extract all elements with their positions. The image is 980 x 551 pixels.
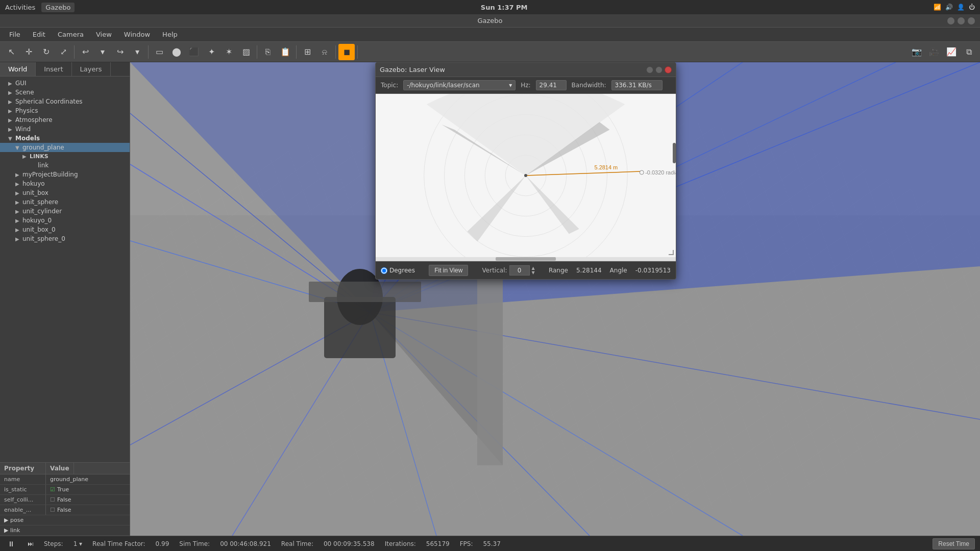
close-button[interactable] <box>968 17 975 24</box>
pose-expand[interactable]: ▶ pose <box>0 515 28 525</box>
tab-insert[interactable]: Insert <box>36 62 71 76</box>
viewport[interactable]: Gazebo: Laser View Topic: -/hokuyo/link/… <box>130 62 980 536</box>
topic-dropdown[interactable]: -/hokuyo/link/laser/scan ▾ <box>403 80 516 90</box>
maximize-button[interactable] <box>958 17 965 24</box>
status-bar: ⏸ ⏭ Steps: 1 ▾ Real Time Factor: 0.99 Si… <box>0 536 980 551</box>
property-row-self-coll: self_colli... ☐ False <box>0 495 130 505</box>
hz-label: Hz: <box>521 82 530 89</box>
paste-button[interactable]: 📋 <box>277 44 293 60</box>
reset-time-button[interactable]: Reset Time <box>933 538 975 549</box>
expand-icon-hokuyo-0: ▶ <box>15 218 22 223</box>
tree-item-wind[interactable]: ▶ Wind <box>0 124 130 134</box>
link-expand[interactable]: ▶ link <box>0 525 24 535</box>
undo-button[interactable]: ↩ <box>77 44 93 60</box>
degrees-radio[interactable]: Degrees <box>381 267 415 274</box>
bandwidth-label: Bandwidth: <box>572 82 606 89</box>
material-button[interactable]: ▨ <box>238 44 254 60</box>
dialog-restore-button[interactable] <box>655 66 663 73</box>
hz-input[interactable]: 29.41 <box>536 80 567 90</box>
tree-item-atmosphere[interactable]: ▶ Atmosphere <box>0 115 130 124</box>
app-indicator[interactable]: Gazebo <box>41 3 75 12</box>
vertical-up-arrow[interactable]: ▲ <box>532 266 535 270</box>
property-panel: Property Value name ground_plane is_stat… <box>0 462 130 536</box>
dialog-close-button[interactable] <box>665 66 672 73</box>
redo-button[interactable]: ↪ <box>112 44 128 60</box>
app-title: Gazebo <box>477 17 502 24</box>
property-row-is-static: is_static ☑ True <box>0 485 130 495</box>
layers-view-button[interactable]: ⧉ <box>961 44 977 60</box>
menu-edit[interactable]: Edit <box>28 30 51 39</box>
orange-tool-button[interactable]: ◼ <box>338 44 355 60</box>
dialog-minimize-button[interactable] <box>646 66 653 73</box>
menu-camera[interactable]: Camera <box>53 30 89 39</box>
tree-label-myprojectbuilding: myProjectBuilding <box>22 171 78 178</box>
property-row-pose[interactable]: ▶ pose <box>0 515 130 525</box>
undo-dropdown[interactable]: ▾ <box>94 44 111 60</box>
tree-item-unit-box-0[interactable]: ▶ unit_box_0 <box>0 225 130 234</box>
light2-button[interactable]: ✶ <box>220 44 237 60</box>
vertical-input[interactable]: 0 <box>509 265 530 276</box>
tree-item-scene[interactable]: ▶ Scene <box>0 88 130 97</box>
degrees-label: Degrees <box>389 267 415 274</box>
vertical-control: Vertical: 0 ▲ ▼ <box>482 265 535 276</box>
horizontal-scrollbar[interactable] <box>376 257 676 261</box>
tree-item-gui[interactable]: ▶ GUI <box>0 79 130 88</box>
tab-world[interactable]: World <box>0 62 36 76</box>
step-button[interactable]: ⏭ <box>28 540 34 547</box>
fit-in-view-button[interactable]: Fit in View <box>429 265 468 276</box>
record-button[interactable]: 🎥 <box>926 44 942 60</box>
expand-icon-myprojectbuilding: ▶ <box>15 172 22 178</box>
property-row-link[interactable]: ▶ link <box>0 525 130 536</box>
tree-item-spherical[interactable]: ▶ Spherical Coordinates <box>0 97 130 106</box>
menu-window[interactable]: Window <box>119 30 155 39</box>
menu-file[interactable]: File <box>4 30 26 39</box>
vertical-down-arrow[interactable]: ▼ <box>532 271 535 275</box>
tree-item-physics[interactable]: ▶ Physics <box>0 106 130 115</box>
plot-button[interactable]: 📈 <box>943 44 960 60</box>
angle-value: -0.0319513 <box>635 267 671 274</box>
tree-item-unit-sphere-0[interactable]: ▶ unit_sphere_0 <box>0 234 130 243</box>
rotate-tool-button[interactable]: ↻ <box>38 44 54 60</box>
expand-icon-unit-sphere-0: ▶ <box>15 236 22 242</box>
translate-tool-button[interactable]: ✛ <box>20 44 37 60</box>
tab-layers[interactable]: Layers <box>72 62 111 76</box>
activities-label[interactable]: Activities <box>5 4 35 11</box>
tree-item-ground-plane[interactable]: ▼ ground_plane <box>0 143 130 152</box>
box-button[interactable]: ▭ <box>151 44 167 60</box>
enable-value: False <box>57 507 71 513</box>
cylinder-button[interactable]: ⬛ <box>186 44 202 60</box>
property-col-value: Value <box>46 463 74 474</box>
tree-item-links[interactable]: ▶ LINKS <box>0 152 130 161</box>
menu-help[interactable]: Help <box>157 30 183 39</box>
tree-label-wind: Wind <box>15 126 31 133</box>
screenshot-button[interactable]: 📷 <box>909 44 925 60</box>
snap-button[interactable]: ⍾ <box>316 44 333 60</box>
tree-item-link[interactable]: link <box>0 161 130 170</box>
pause-button[interactable]: ⏸ <box>5 538 17 550</box>
tree-item-hokuyo-0[interactable]: ▶ hokuyo_0 <box>0 216 130 225</box>
horizontal-scrollbar-thumb[interactable] <box>496 257 556 261</box>
dialog-titlebar[interactable]: Gazebo: Laser View <box>376 63 676 77</box>
align-button[interactable]: ⊞ <box>299 44 315 60</box>
tree-label-atmosphere: Atmosphere <box>15 116 53 123</box>
copy-button[interactable]: ⎘ <box>260 44 276 60</box>
select-tool-button[interactable]: ↖ <box>3 44 19 60</box>
tree-item-models[interactable]: ▼ Models <box>0 134 130 143</box>
menu-bar: File Edit Camera View Window Help <box>0 28 980 42</box>
tree-item-hokuyo[interactable]: ▶ hokuyo <box>0 179 130 188</box>
tree-item-unit-cylinder[interactable]: ▶ unit_cylinder <box>0 207 130 216</box>
vertical-spinbox[interactable]: ▲ ▼ <box>532 266 535 275</box>
light-button[interactable]: ✦ <box>203 44 219 60</box>
main-area: World Insert Layers ▶ GUI ▶ Scene ▶ Sphe… <box>0 62 980 536</box>
tree-item-myprojectbuilding[interactable]: ▶ myProjectBuilding <box>0 170 130 179</box>
scan-scrollbar[interactable] <box>673 143 676 163</box>
redo-dropdown[interactable]: ▾ <box>129 44 145 60</box>
scale-tool-button[interactable]: ⤢ <box>55 44 71 60</box>
sphere-button[interactable]: ⬤ <box>168 44 185 60</box>
minimize-button[interactable] <box>947 17 954 24</box>
resize-handle[interactable] <box>669 250 674 255</box>
tree-item-unit-sphere[interactable]: ▶ unit_sphere <box>0 197 130 207</box>
tree-item-unit-box[interactable]: ▶ unit_box <box>0 188 130 197</box>
menu-view[interactable]: View <box>91 30 117 39</box>
degrees-radio-input[interactable] <box>381 267 387 274</box>
